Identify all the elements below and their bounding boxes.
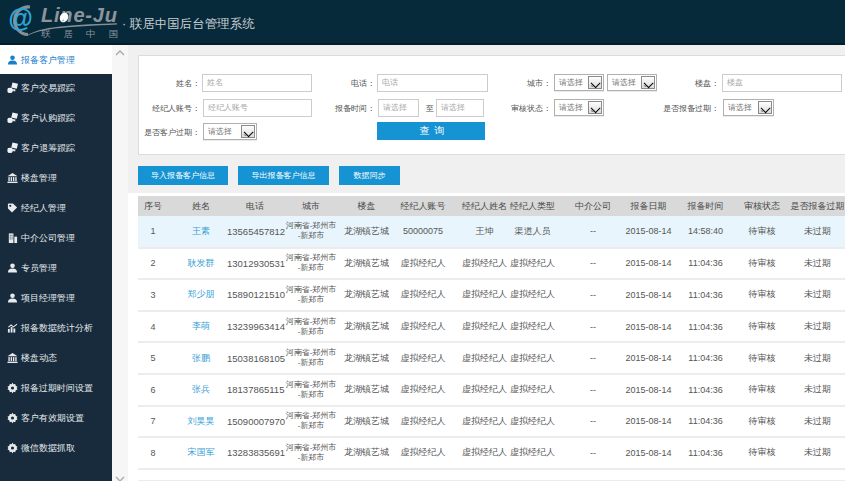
svg-text:@: @ [8, 4, 32, 32]
svg-text:Line-Ju: Line-Ju [41, 4, 118, 26]
svg-text:联居中国: 联居中国 [41, 28, 120, 39]
